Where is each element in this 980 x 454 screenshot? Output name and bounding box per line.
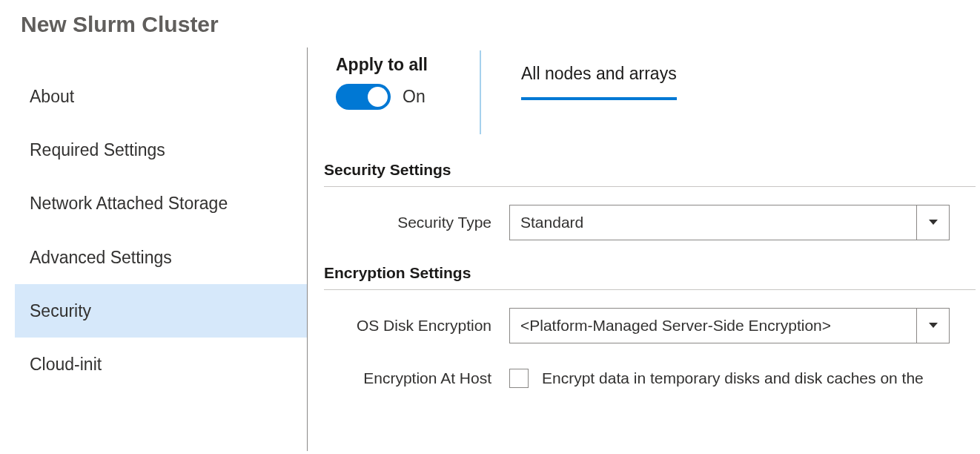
toggle-row: On [336,84,428,110]
security-type-label: Security Type [324,214,509,231]
os-disk-encryption-label: OS Disk Encryption [324,317,509,335]
os-disk-encryption-value: <Platform-Managed Server-Side Encryption… [510,317,916,335]
security-settings-title: Security Settings [324,161,976,187]
top-row: Apply to all On All nodes and arrays [324,55,980,157]
tab-container: All nodes and arrays [481,55,677,100]
encryption-at-host-checkbox[interactable] [509,369,529,388]
security-type-row: Security Type Standard [324,187,980,258]
sidebar-item-network-attached-storage[interactable]: Network Attached Storage [15,177,307,230]
encryption-settings-section: Encryption Settings OS Disk Encryption <… [324,258,980,395]
page-title: New Slurm Cluster [0,0,980,47]
toggle-knob [368,87,388,107]
security-type-value: Standard [510,214,916,231]
apply-to-all-group: Apply to all On [324,55,480,110]
security-type-dropdown[interactable]: Standard [509,205,950,240]
sidebar-item-about[interactable]: About [15,70,307,123]
apply-to-all-label: Apply to all [336,55,428,75]
os-disk-encryption-dropdown[interactable]: <Platform-Managed Server-Side Encryption… [509,308,950,343]
tab-all-nodes[interactable]: All nodes and arrays [521,64,677,100]
toggle-state-label: On [403,87,426,107]
main-content: Apply to all On All nodes and arrays Sec… [308,47,980,451]
encryption-at-host-row: Encryption At Host Encrypt data in tempo… [324,361,980,395]
sidebar-item-required-settings[interactable]: Required Settings [15,123,307,177]
apply-to-all-toggle[interactable] [336,84,391,110]
content-wrapper: About Required Settings Network Attached… [0,47,980,451]
os-disk-encryption-row: OS Disk Encryption <Platform-Managed Ser… [324,290,980,361]
sidebar-item-security[interactable]: Security [15,284,307,338]
chevron-down-icon [916,309,949,343]
encryption-at-host-label: Encryption At Host [324,369,509,387]
encryption-settings-title: Encryption Settings [324,264,976,290]
security-settings-section: Security Settings Security Type Standard [324,157,980,258]
sidebar-item-advanced-settings[interactable]: Advanced Settings [15,231,307,284]
sidebar: About Required Settings Network Attached… [0,47,308,451]
encryption-at-host-description: Encrypt data in temporary disks and disk… [542,369,924,387]
sidebar-item-cloud-init[interactable]: Cloud-init [15,338,307,391]
chevron-down-icon [916,205,949,240]
